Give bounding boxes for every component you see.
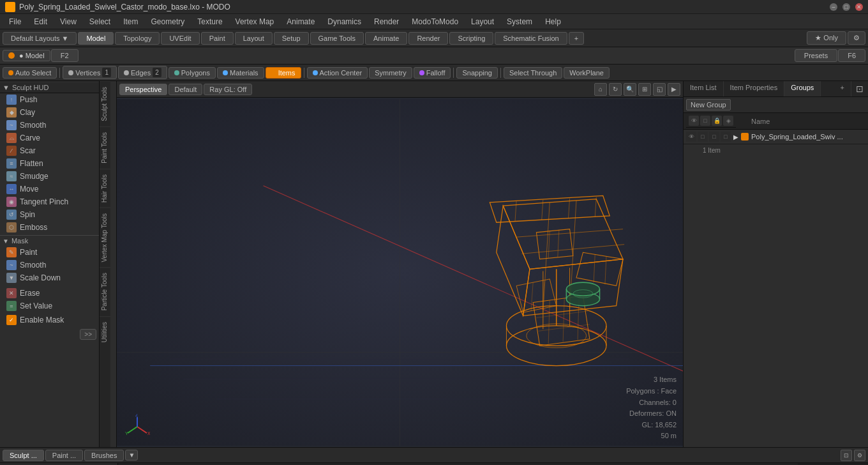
tab-groups[interactable]: Groups [784,81,821,96]
col-render-icon[interactable]: □ [700,116,710,126]
viewport-fit-icon[interactable]: ⊞ [638,83,651,96]
viewport-zoom-icon[interactable]: 🔍 [624,83,636,96]
workplane-button[interactable]: WorkPlane [564,67,610,79]
new-group-button[interactable]: New Group [686,99,731,111]
bottom-expand-icon[interactable]: ⊡ [841,450,852,461]
layout-tab-scripting[interactable]: Scripting [449,32,493,45]
viewport-rotate-icon[interactable]: ↻ [609,83,622,96]
falloff-button[interactable]: Falloff [414,67,451,79]
menu-dynamics[interactable]: Dynamics [321,16,368,27]
item-lock-icon[interactable]: □ [709,132,719,142]
perspective-button[interactable]: Perspective [119,84,167,95]
mode-f6[interactable]: F6 [838,49,865,62]
col-extra-icon[interactable]: ◈ [723,116,733,126]
layout-tab-gametools[interactable]: Game Tools [310,32,364,45]
autoselect-button[interactable]: Auto Select [3,67,57,79]
layout-add-icon[interactable]: + [569,32,584,45]
tab-add-icon[interactable]: + [834,81,851,96]
minimize-button[interactable]: – [830,3,837,11]
layout-tab-paint[interactable]: Paint [201,32,234,45]
tab-item-list[interactable]: Item List [684,81,724,96]
tool-clay[interactable]: ◆ Clay [0,106,99,119]
expand-button[interactable]: >> [80,329,96,340]
layout-tab-setup[interactable]: Setup [274,32,309,45]
scene-3d[interactable]: X Y Z 3 Items Polygons : Face Channels: … [117,98,683,447]
items-button[interactable]: Items [266,67,301,79]
close-button[interactable]: ✕ [855,3,863,11]
tool-smudge[interactable]: ≈ Smudge [0,170,99,183]
tool-scar[interactable]: ⁄ Scar [0,144,99,157]
menu-texture[interactable]: Texture [191,16,228,27]
mode-model[interactable]: ● Model [3,50,50,61]
symmetry-button[interactable]: Symmetry [369,67,412,79]
enable-mask-item[interactable]: ✓ Enable Mask [0,312,99,326]
layout-tab-render[interactable]: Render [408,32,448,45]
layout-tab-layout[interactable]: Layout [235,32,273,45]
vtab-vertex-map-tools[interactable]: Vertex Map Tools [100,208,110,268]
menu-geometry[interactable]: Geometry [145,16,191,27]
col-visible-icon[interactable]: 👁 [689,116,699,126]
menu-modetomodo[interactable]: ModoToModo [405,16,465,27]
layout-tab-schematic[interactable]: Schematic Fusion [495,32,567,45]
bottom-tab-paint[interactable]: Paint ... [45,450,83,461]
menu-layout[interactable]: Layout [465,16,500,27]
tab-item-properties[interactable]: Item Properties [724,81,785,96]
vtab-utilities[interactable]: Utilities [100,316,110,347]
edges-button[interactable]: Edges 2 [118,66,167,79]
tool-spin[interactable]: ↺ Spin [0,208,99,221]
snapping-button[interactable]: Snapping [456,67,498,79]
tool-mask-scaledown[interactable]: ▼ Scale Down [0,271,99,284]
item-eye-icon[interactable]: 👁 [686,132,696,142]
tool-flatten[interactable]: ≡ Flatten [0,157,99,170]
viewport-play-icon[interactable]: ▶ [668,83,680,96]
tool-move[interactable]: ↔ Move [0,183,99,195]
menu-animate[interactable]: Animate [280,16,321,27]
layout-tab-animate[interactable]: Animate [365,32,407,45]
mode-f2[interactable]: F2 [51,49,79,62]
menu-file[interactable]: File [3,16,27,27]
layout-gear-icon[interactable]: ⚙ [848,31,865,45]
default-button[interactable]: Default [168,84,202,95]
menu-render[interactable]: Render [368,16,405,27]
viewport-home-icon[interactable]: ⌂ [594,83,607,96]
bottom-tab-brushes[interactable]: Brushes [84,450,124,461]
tool-setvalue[interactable]: = Set Value [0,300,99,312]
menu-item[interactable]: Item [117,16,144,27]
menu-edit[interactable]: Edit [27,16,54,27]
item-render-icon[interactable]: □ [698,132,708,142]
tool-erase[interactable]: ✕ Erase [0,287,99,300]
polygons-button[interactable]: Polygons [168,67,216,79]
menu-view[interactable]: View [54,16,83,27]
tool-mask-smooth[interactable]: ~ Smooth [0,259,99,271]
layout-tab-model[interactable]: Model [78,32,114,45]
bottom-tab-dropdown-arrow[interactable]: ▼ [125,450,138,461]
materials-button[interactable]: Materials [217,67,264,79]
viewport-expand-icon[interactable]: ◱ [653,83,666,96]
vertices-button[interactable]: Vertices 1 [63,66,117,79]
vtab-hair-tools[interactable]: Hair Tools [100,169,110,208]
layout-tab-topology[interactable]: Topology [115,32,160,45]
layout-star-only[interactable]: ★ Only [807,31,846,45]
tool-carve[interactable]: ⌓ Carve [0,132,99,144]
menu-select[interactable]: Select [83,16,117,27]
tool-smooth[interactable]: ~ Smooth [0,119,99,132]
tool-emboss[interactable]: ⬡ Emboss [0,221,99,234]
groups-item-row[interactable]: 👁 □ □ □ ▶ Poly_Spring_Loaded_Swiv ... [684,130,868,144]
mode-presets[interactable]: Presets [795,49,837,62]
bottom-settings-icon[interactable]: ⚙ [854,450,865,461]
viewport[interactable]: Perspective Default Ray GL: Off ⌂ ↻ 🔍 ⊞ … [117,81,683,447]
item-extra-icon[interactable]: □ [721,132,731,142]
action-center-button[interactable]: Action Center [307,67,368,79]
select-through-button[interactable]: Select Through [504,67,562,79]
menu-vertexmap[interactable]: Vertex Map [229,16,281,27]
maximize-button[interactable]: □ [842,3,850,11]
menu-help[interactable]: Help [539,16,567,27]
layout-tab-uvedit[interactable]: UVEdit [161,32,199,45]
vtab-paint-tools[interactable]: Paint Tools [100,126,110,169]
col-lock-icon[interactable]: 🔒 [712,116,722,126]
tool-mask-paint[interactable]: ✎ Paint [0,246,99,259]
raygl-button[interactable]: Ray GL: Off [204,84,252,95]
right-panel-expand-icon[interactable]: ⊡ [851,81,868,96]
menu-system[interactable]: System [500,16,539,27]
tool-tangent-pinch[interactable]: ◉ Tangent Pinch [0,195,99,208]
